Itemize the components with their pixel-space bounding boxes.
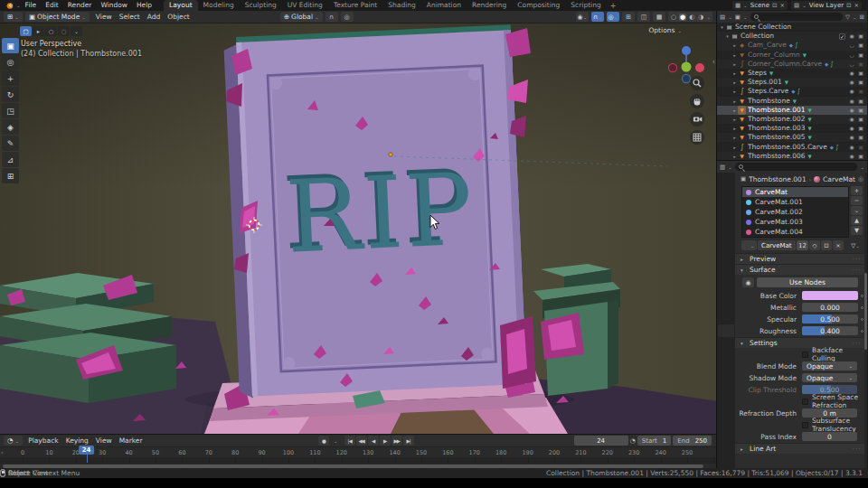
- play-button[interactable]: ▶: [380, 436, 391, 446]
- timeline-menu[interactable]: View: [92, 436, 116, 445]
- render-visibility-icon[interactable]: [856, 124, 865, 133]
- render-visibility-icon[interactable]: [856, 60, 865, 69]
- rotate-tool[interactable]: ↻: [2, 87, 19, 102]
- jump-to-start-button[interactable]: |◀: [344, 436, 355, 446]
- outliner-item-row[interactable]: ▸ Cam_Carve: [717, 41, 867, 50]
- outliner-item-row[interactable]: ▸ Steps.001: [717, 78, 867, 87]
- select-box-tool[interactable]: ▣: [2, 38, 19, 53]
- properties-tab[interactable]: [718, 230, 734, 242]
- expand-arrow[interactable]: ▸: [731, 60, 738, 69]
- fake-user-shield-icon[interactable]: ◇: [809, 240, 820, 250]
- expand-arrow[interactable]: ▸: [731, 124, 738, 133]
- pan-hand-icon[interactable]: [690, 94, 704, 108]
- add-cube-tool[interactable]: ⊞: [2, 168, 19, 183]
- animate-dot[interactable]: [861, 295, 863, 297]
- copy-datablock-icon[interactable]: ⊡: [821, 240, 832, 250]
- properties-tab[interactable]: [718, 338, 734, 351]
- add-workspace-button[interactable]: +: [607, 2, 620, 10]
- playhead[interactable]: 24: [87, 446, 88, 463]
- transform-orientation-dropdown[interactable]: ⊕ Global ⌄: [280, 12, 323, 22]
- refraction-depth-field[interactable]: 0 m: [802, 408, 857, 418]
- pin-icon[interactable]: ◎: [858, 175, 863, 183]
- next-keyframe-button[interactable]: ▶▶: [392, 436, 402, 446]
- jump-to-end-button[interactable]: ▶|: [403, 436, 414, 446]
- properties-tab[interactable]: [718, 175, 734, 188]
- render-visibility-icon[interactable]: [856, 106, 865, 115]
- workspace-tab[interactable]: Shading: [382, 0, 420, 11]
- outliner-display-mode-icon[interactable]: ▤: [720, 14, 725, 21]
- move-slot-down-button[interactable]: ▼: [851, 226, 863, 235]
- play-reverse-button[interactable]: ◀: [368, 436, 379, 446]
- render-visibility-icon[interactable]: [856, 115, 865, 124]
- unlink-datablock-icon[interactable]: ×: [833, 240, 844, 250]
- workspace-tab[interactable]: Texture Paint: [328, 0, 382, 11]
- workspace-tab[interactable]: Modeling: [198, 0, 240, 11]
- snap-magnet-icon[interactable]: ∩: [326, 12, 338, 22]
- current-frame-badge[interactable]: 24: [79, 446, 95, 455]
- select-tweak-mode[interactable]: ▸: [33, 26, 44, 36]
- camera-view-icon[interactable]: [690, 112, 704, 127]
- visibility-eye-icon[interactable]: [847, 51, 856, 60]
- render-visibility-icon[interactable]: [856, 78, 865, 87]
- properties-tab[interactable]: [718, 324, 734, 337]
- proportional-falloff-dropdown[interactable]: ◎⌄: [607, 12, 619, 22]
- solid-shading-icon[interactable]: ●: [679, 14, 686, 21]
- topbar-menu[interactable]: Help: [132, 0, 156, 11]
- visibility-eye-icon[interactable]: [847, 32, 856, 41]
- current-frame-field[interactable]: 24: [574, 436, 628, 446]
- render-visibility-icon[interactable]: [856, 97, 865, 106]
- slot-specials-dropdown[interactable]: ⌄: [851, 206, 863, 215]
- filter-funnel-icon[interactable]: ▽⌄: [848, 240, 863, 250]
- properties-search-input[interactable]: [735, 163, 858, 171]
- visibility-eye-icon[interactable]: [847, 78, 856, 87]
- pivot-point-dropdown[interactable]: ◉⌄: [576, 12, 589, 22]
- outliner-editor-type-icon[interactable]: ▣: [735, 14, 741, 21]
- timeline-expand-arrow[interactable]: ›: [1, 449, 4, 456]
- transform-tool[interactable]: ◈: [2, 119, 19, 135]
- xray-toggle[interactable]: ▦: [653, 12, 665, 22]
- properties-tab[interactable]: [718, 243, 734, 256]
- new-scene-icon[interactable]: ⊡: [772, 2, 777, 9]
- render-visibility-icon[interactable]: [856, 32, 865, 41]
- scale-tool[interactable]: ◳: [2, 103, 19, 118]
- properties-scrollbar[interactable]: [864, 173, 867, 468]
- 3d-viewport[interactable]: RIP RIP: [0, 23, 716, 434]
- chevron-down-icon[interactable]: ⌄: [334, 438, 338, 444]
- topbar-menu[interactable]: Edit: [41, 0, 63, 11]
- outliner-search-input[interactable]: [750, 13, 843, 21]
- outliner-item-row[interactable]: ▸ Steps: [717, 69, 867, 78]
- visibility-eye-icon[interactable]: [847, 97, 856, 106]
- material-preview-icon[interactable]: ◐: [688, 14, 695, 21]
- show-overlays-toggle[interactable]: ◫: [637, 12, 650, 22]
- render-visibility-icon[interactable]: [856, 143, 865, 152]
- render-visibility-icon[interactable]: [856, 69, 865, 78]
- measure-tool[interactable]: ⊿: [2, 152, 19, 167]
- render-visibility-icon[interactable]: [856, 152, 865, 160]
- auto-keying-button[interactable]: ●: [318, 436, 329, 446]
- select-lasso-mode[interactable]: ◌: [58, 26, 70, 36]
- render-visibility-icon[interactable]: [856, 133, 865, 142]
- workspace-tab[interactable]: Sculpting: [240, 0, 282, 11]
- properties-tab[interactable]: [718, 284, 734, 296]
- chevron-down-icon[interactable]: ⌄: [743, 14, 748, 20]
- options-dropdown[interactable]: Options⌄: [648, 26, 682, 34]
- prev-keyframe-button[interactable]: ◀◀: [356, 436, 367, 446]
- material-slot[interactable]: CarveMat.002: [742, 207, 848, 217]
- show-gizmo-toggle[interactable]: ⊞: [622, 12, 635, 22]
- viewport-menu[interactable]: View: [92, 13, 116, 21]
- metallic-slider[interactable]: 0.000: [802, 303, 858, 312]
- workspace-tab[interactable]: UV Editing: [282, 0, 328, 11]
- visibility-eye-icon[interactable]: [847, 133, 856, 142]
- new-collection-icon[interactable]: ⊞: [860, 14, 864, 21]
- workspace-tab[interactable]: Animation: [421, 0, 467, 11]
- outliner-item-row[interactable]: ▸ Steps.Carve: [717, 87, 867, 96]
- editor-type-button[interactable]: ⊞ ⌄: [4, 12, 23, 22]
- timeline-track[interactable]: [0, 457, 716, 464]
- orthographic-toggle-icon[interactable]: [690, 130, 704, 145]
- select-mode-dropdown[interactable]: ⌄: [71, 26, 82, 36]
- proportional-edit-icon[interactable]: ◎: [341, 12, 354, 22]
- cursor-tool[interactable]: ◎: [2, 54, 19, 70]
- properties-tab[interactable]: [718, 189, 734, 202]
- breadcrumb-material[interactable]: CarveMat: [823, 175, 855, 183]
- animate-dot[interactable]: [861, 330, 863, 333]
